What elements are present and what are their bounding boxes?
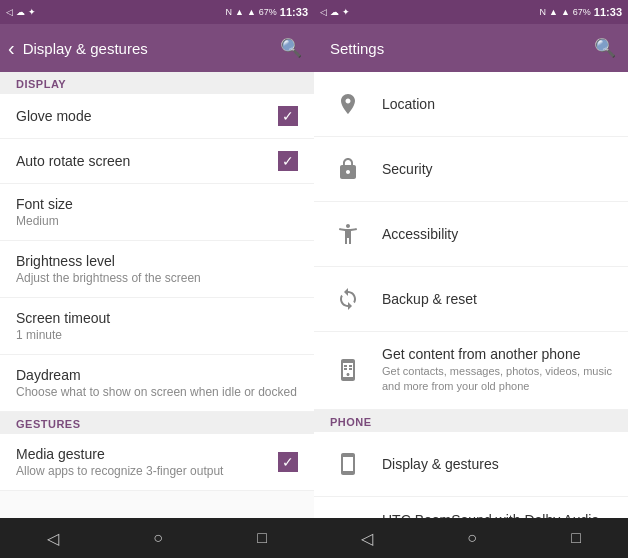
- right-status-left: ◁ ☁ ✦: [320, 7, 350, 17]
- status-nfc: N: [226, 7, 233, 17]
- left-settings-content: DISPLAY Glove mode ✓ Auto rotate screen …: [0, 72, 314, 518]
- location-icon: [330, 86, 366, 122]
- security-title: Security: [382, 161, 612, 177]
- location-title: Location: [382, 96, 612, 112]
- display-gestures-item[interactable]: Display & gestures: [314, 432, 628, 497]
- right-screen: ◁ ☁ ✦ N ▲ ▲ 67% 11:33 Settings 🔍 Locatio…: [314, 0, 628, 558]
- media-gesture-title: Media gesture: [16, 446, 278, 462]
- font-size-title: Font size: [16, 196, 298, 212]
- status-icon-cloud: ☁: [16, 7, 25, 17]
- backup-item[interactable]: Backup & reset: [314, 267, 628, 332]
- glove-mode-title: Glove mode: [16, 108, 278, 124]
- status-wifi: ▲: [235, 7, 244, 17]
- font-size-item[interactable]: Font size Medium: [0, 184, 314, 241]
- daydream-title: Daydream: [16, 367, 298, 383]
- right-nav-bar: ◁ ○ □: [314, 518, 628, 558]
- brightness-title: Brightness level: [16, 253, 298, 269]
- left-action-bar: ‹ Display & gestures 🔍: [0, 24, 314, 72]
- brightness-subtitle: Adjust the brightness of the screen: [16, 271, 298, 285]
- status-left-icons: ◁ ☁ ✦: [6, 7, 36, 17]
- right-status-wifi: ▲: [549, 7, 558, 17]
- right-status-bar: ◁ ☁ ✦ N ▲ ▲ 67% 11:33: [314, 0, 628, 24]
- right-screen-title: Settings: [330, 40, 590, 57]
- auto-rotate-title: Auto rotate screen: [16, 153, 278, 169]
- right-settings-content: Location Security Accessibility: [314, 72, 628, 518]
- accessibility-item[interactable]: Accessibility: [314, 202, 628, 267]
- right-status-time: 11:33: [594, 6, 622, 18]
- transfer-title: Get content from another phone: [382, 346, 612, 362]
- right-recent-nav[interactable]: □: [571, 529, 581, 547]
- right-status-cloud: ☁: [330, 7, 339, 17]
- left-status-bar: ◁ ☁ ✦ N ▲ ▲ 67% 11:33: [0, 0, 314, 24]
- security-icon: [330, 151, 366, 187]
- back-button[interactable]: ‹: [8, 37, 15, 60]
- brightness-item[interactable]: Brightness level Adjust the brightness o…: [0, 241, 314, 298]
- left-back-nav[interactable]: ◁: [47, 529, 59, 548]
- backup-icon: [330, 281, 366, 317]
- status-icon-back: ◁: [6, 7, 13, 17]
- display-gestures-icon: [330, 446, 366, 482]
- glove-mode-checkbox[interactable]: ✓: [278, 106, 298, 126]
- phone-section-header: PHONE: [314, 410, 628, 432]
- transfer-subtitle: Get contacts, messages, photos, videos, …: [382, 364, 612, 395]
- font-size-subtitle: Medium: [16, 214, 298, 228]
- right-status-gear: ✦: [342, 7, 350, 17]
- media-gesture-item[interactable]: Media gesture Allow apps to recognize 3-…: [0, 434, 314, 491]
- left-search-button[interactable]: 🔍: [276, 33, 306, 63]
- glove-mode-item[interactable]: Glove mode ✓: [0, 94, 314, 139]
- right-home-nav[interactable]: ○: [467, 529, 477, 547]
- boomsound-icon: [330, 511, 366, 518]
- security-item[interactable]: Security: [314, 137, 628, 202]
- left-status-time: 11:33: [280, 6, 308, 18]
- right-status-signal: ▲: [561, 7, 570, 17]
- daydream-subtitle: Choose what to show on screen when idle …: [16, 385, 298, 399]
- daydream-item[interactable]: Daydream Choose what to show on screen w…: [0, 355, 314, 412]
- display-section-header: DISPLAY: [0, 72, 314, 94]
- right-search-button[interactable]: 🔍: [590, 33, 620, 63]
- auto-rotate-item[interactable]: Auto rotate screen ✓: [0, 139, 314, 184]
- gestures-section-header: GESTURES: [0, 412, 314, 434]
- accessibility-title: Accessibility: [382, 226, 612, 242]
- screen-timeout-title: Screen timeout: [16, 310, 298, 326]
- display-gestures-title: Display & gestures: [382, 456, 612, 472]
- right-status-nfc: N: [540, 7, 547, 17]
- location-item[interactable]: Location: [314, 72, 628, 137]
- left-recent-nav[interactable]: □: [257, 529, 267, 547]
- accessibility-icon: [330, 216, 366, 252]
- screen-timeout-subtitle: 1 minute: [16, 328, 298, 342]
- boomsound-item[interactable]: HTC BoomSound with Dolby Audio Theater m…: [314, 497, 628, 518]
- left-home-nav[interactable]: ○: [153, 529, 163, 547]
- status-battery-pct: 67%: [259, 7, 277, 17]
- auto-rotate-checkbox[interactable]: ✓: [278, 151, 298, 171]
- left-nav-bar: ◁ ○ □: [0, 518, 314, 558]
- transfer-item[interactable]: Get content from another phone Get conta…: [314, 332, 628, 410]
- right-status-right: N ▲ ▲ 67% 11:33: [540, 6, 623, 18]
- media-gesture-subtitle: Allow apps to recognize 3-finger output: [16, 464, 278, 478]
- status-right-icons: N ▲ ▲ 67% 11:33: [226, 6, 309, 18]
- left-screen: ◁ ☁ ✦ N ▲ ▲ 67% 11:33 ‹ Display & gestur…: [0, 0, 314, 558]
- left-screen-title: Display & gestures: [23, 40, 276, 57]
- backup-title: Backup & reset: [382, 291, 612, 307]
- status-icon-gear: ✦: [28, 7, 36, 17]
- right-status-back: ◁: [320, 7, 327, 17]
- screen-timeout-item[interactable]: Screen timeout 1 minute: [0, 298, 314, 355]
- right-action-bar: Settings 🔍: [314, 24, 628, 72]
- status-signal: ▲: [247, 7, 256, 17]
- right-back-nav[interactable]: ◁: [361, 529, 373, 548]
- media-gesture-checkbox[interactable]: ✓: [278, 452, 298, 472]
- transfer-icon: [330, 352, 366, 388]
- right-status-battery: 67%: [573, 7, 591, 17]
